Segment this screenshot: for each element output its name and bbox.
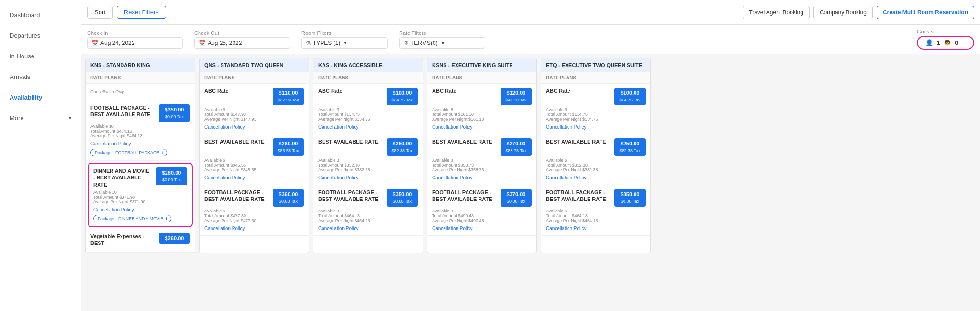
rate-filters-input[interactable]: ⚗ TERMS(0) ▾ (399, 37, 485, 49)
cancellation-policy-link[interactable]: Cancellation Policy (204, 175, 245, 180)
rate-card: FOOTBALL PACKAGE - BEST AVAILABLE RATE$3… (86, 100, 195, 161)
guests-box[interactable]: 👤 1 🧒 0 (917, 36, 974, 50)
rate-price-button[interactable]: $370.00$0.00 Tax (501, 189, 532, 207)
cancellation-policy-link[interactable]: Cancellation Policy (204, 124, 245, 130)
cancellation-policy-link[interactable]: Cancellation Policy (432, 124, 473, 130)
sidebar-item-availability[interactable]: Availability (0, 87, 81, 108)
rate-price-button[interactable]: $350.00$0.00 Tax (614, 189, 646, 207)
sidebar-item-departures[interactable]: Departures (0, 25, 81, 46)
rate-plans-label: RATE PLANS (427, 72, 536, 84)
rate-price-button[interactable]: $280.00$0.00 Tax (156, 167, 187, 185)
rate-card: DINNER AND A MOVIE - BEST AVAILABLE RATE… (88, 163, 193, 227)
cancellation-policy-link[interactable]: Cancellation Policy (318, 175, 359, 180)
rate-card-top: ABC Rate$100.00$34.75 Tax (318, 88, 418, 105)
rate-details: Available 6Total Amount $345.55Average P… (204, 158, 304, 172)
rate-details: Available 3Total Amount $464.13Average P… (318, 209, 418, 223)
adult-count: 1 (937, 39, 940, 46)
room-column-ksns: KSNS - EXECUTIVE KING SUITERATE PLANSABC… (427, 58, 537, 253)
rate-price-button[interactable]: $360.00$0.00 Tax (273, 189, 304, 207)
checkin-label: Check In (87, 30, 183, 36)
rate-price-button[interactable]: $100.00$34.75 Tax (387, 88, 418, 105)
cancellation-policy-link[interactable]: Cancellation Policy (546, 124, 587, 130)
sidebar-item-label: Arrivals (10, 73, 30, 80)
rate-price-button[interactable]: $260.00 (159, 233, 190, 244)
sidebar-item-inhouse[interactable]: In House (0, 46, 81, 67)
rate-details: Available 8Total Amount $161.10Average P… (432, 107, 532, 122)
rate-name: ABC Rate (204, 88, 269, 94)
rate-price-button[interactable]: $260.00$85.55 Tax (273, 138, 304, 156)
rate-price-button[interactable]: $250.00$82.38 Tax (387, 138, 418, 156)
cancellation-policy-link[interactable]: Cancellation Policy (204, 226, 245, 231)
cancellation-policy-link[interactable]: Cancellation Policy (432, 226, 473, 231)
rate-card-top: ABC Rate$100.00$34.75 Tax (546, 88, 646, 105)
rate-card-top: FOOTBALL PACKAGE - BEST AVAILABLE RATE$3… (204, 189, 304, 207)
cancellation-policy-link[interactable]: Cancellation Policy (318, 124, 359, 130)
calendar-icon: 📅 (199, 40, 206, 46)
sidebar-item-arrivals[interactable]: Arrivals (0, 67, 81, 87)
adult-icon: 👤 (925, 39, 933, 46)
room-column-etq: ETQ - EXECUTIVE TWO QUEEN SUITERATE PLAN… (541, 58, 651, 253)
cancellation-policy-link[interactable]: Cancellation Policy (432, 175, 473, 180)
rate-card: BEST AVAILABLE RATE$250.00$82.38 TaxAvai… (541, 134, 650, 185)
guests-label: Guests (917, 29, 974, 34)
rate-card: FOOTBALL PACKAGE - BEST AVAILABLE RATE$3… (200, 185, 309, 236)
sidebar-item-dashboard[interactable]: Dashboard (0, 5, 81, 25)
rate-name: DINNER AND A MOVIE - BEST AVAILABLE RATE (93, 167, 152, 188)
room-filters-label: Room Filters (301, 30, 388, 36)
cancellation-policy-link[interactable]: Cancellation Policy (546, 175, 587, 180)
info-icon: ℹ (161, 150, 163, 155)
create-multi-room-button[interactable]: Create Multi Room Reservation (877, 6, 974, 19)
package-tag[interactable]: Package - DINNER AND A MOVIE ℹ (93, 215, 171, 222)
rate-card-top: BEST AVAILABLE RATE$270.00$88.73 Tax (432, 138, 532, 156)
rate-card-top: BEST AVAILABLE RATE$250.00$82.38 Tax (318, 138, 418, 156)
filter-icon: ⚗ (306, 40, 311, 46)
rate-card: BEST AVAILABLE RATE$270.00$88.73 TaxAvai… (427, 134, 536, 185)
cancellation-policy-link[interactable]: Cancellation Policy (318, 226, 359, 231)
room-header: QNS - STANDARD TWO QUEEN (200, 58, 309, 72)
company-booking-button[interactable]: Company Booking (813, 6, 873, 19)
rate-card: Cancellation Only (86, 84, 195, 100)
sort-button[interactable]: Sort (87, 6, 113, 19)
travel-agent-booking-button[interactable]: Travel Agent Booking (743, 6, 810, 19)
checkin-filter: Check In 📅 Aug 24, 2022 (87, 30, 183, 49)
rate-details: Available 8Total Amount $490.48Average P… (432, 209, 532, 223)
checkin-input[interactable]: 📅 Aug 24, 2022 (87, 37, 183, 49)
room-filters-input[interactable]: ⚗ TYPES (1) ▾ (301, 37, 388, 49)
rate-name: Vegetable Expenses - BEST (90, 233, 155, 247)
child-icon: 🧒 (944, 40, 951, 46)
sidebar: Dashboard Departures In House Arrivals A… (0, 0, 81, 311)
room-column-qns: QNS - STANDARD TWO QUEENRATE PLANSABC Ra… (199, 58, 309, 253)
reset-filters-button[interactable]: Reset Filters (117, 6, 166, 19)
rate-card: Vegetable Expenses - BEST$260.00 (86, 229, 195, 253)
rate-price-button[interactable]: $350.00$0.00 Tax (159, 104, 190, 122)
calendar-icon: 📅 (91, 40, 99, 46)
package-tag[interactable]: Package - FOOTBALL PACKAGE ℹ (90, 149, 167, 156)
rate-price-button[interactable]: $250.00$82.38 Tax (614, 138, 646, 156)
main-content: Sort Reset Filters Travel Agent Booking … (81, 0, 980, 311)
rate-filters-label: Rate Filters (399, 30, 485, 36)
cancellation-policy-link[interactable]: Cancellation Policy (93, 207, 134, 212)
rate-details: Available 3Total Amount $134.75Average P… (318, 107, 418, 122)
room-filters: Room Filters ⚗ TYPES (1) ▾ (301, 30, 388, 49)
rate-price-button[interactable]: $270.00$88.73 Tax (501, 138, 532, 156)
rate-card-top: ABC Rate$120.00$41.10 Tax (432, 88, 532, 105)
rate-price-button[interactable]: $350.00$0.00 Tax (387, 189, 418, 207)
cancellation-policy-link[interactable]: Cancellation Policy (546, 226, 587, 231)
rate-details: Available 6Total Amount $147.93Average P… (204, 107, 304, 122)
rate-card: ABC Rate$120.00$41.10 TaxAvailable 8Tota… (427, 84, 536, 134)
rate-price-button[interactable]: $100.00$34.75 Tax (614, 88, 646, 105)
rate-card-top: BEST AVAILABLE RATE$260.00$85.55 Tax (204, 138, 304, 156)
room-column-kas: KAS - KING ACCESSIBLERATE PLANSABC Rate$… (313, 58, 423, 253)
checkout-input[interactable]: 📅 Aug 25, 2022 (194, 37, 290, 49)
sidebar-item-more[interactable]: More ▾ (0, 108, 81, 128)
rate-name: ABC Rate (546, 88, 611, 94)
cancellation-policy-link[interactable]: Cancellation Policy (90, 141, 131, 146)
rate-name: ABC Rate (432, 88, 497, 94)
rate-price-button[interactable]: $110.00$37.93 Tax (273, 88, 304, 105)
sidebar-item-label: In House (10, 53, 34, 60)
rate-price-button[interactable]: $120.00$41.10 Tax (501, 88, 532, 105)
rate-filters-value: TERMS(0) (411, 40, 438, 46)
room-filters-value: TYPES (1) (313, 40, 340, 46)
rate-card: BEST AVAILABLE RATE$260.00$85.55 TaxAvai… (200, 134, 309, 185)
room-header: KAS - KING ACCESSIBLE (313, 58, 423, 72)
